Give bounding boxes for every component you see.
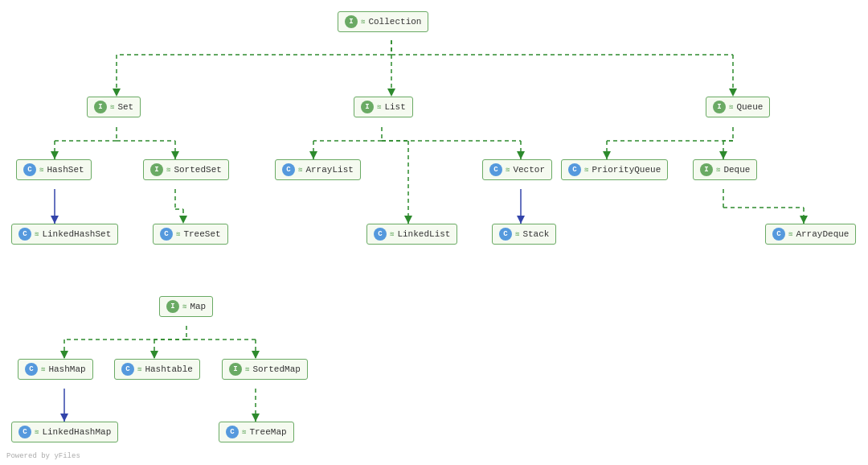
watermark: Powered by yFiles [6,452,80,460]
svg-marker-42 [51,216,59,224]
icon-class: C [121,363,134,376]
svg-marker-19 [309,151,317,159]
node-map[interactable]: I ≋ Map [159,296,213,317]
node-hashset[interactable]: C ≋ HashSet [16,159,92,180]
icon-class: C [499,228,512,241]
svg-marker-58 [252,414,260,422]
node-priorityqueue[interactable]: C ≋ PriorityQueue [561,159,668,180]
svg-marker-36 [800,216,808,224]
icon-class: C [374,228,387,241]
svg-marker-56 [60,414,68,422]
icon-interface: I [166,300,179,313]
node-stack[interactable]: C ≋ Stack [492,224,556,245]
icon-class: C [489,163,502,176]
node-treemap[interactable]: C ≋ TreeMap [219,422,294,442]
node-queue[interactable]: I ≋ Queue [706,97,770,117]
node-arraydeque[interactable]: C ≋ ArrayDeque [765,224,856,245]
icon-class: C [226,426,239,438]
node-vector[interactable]: C ≋ Vector [482,159,552,180]
svg-marker-29 [603,151,611,159]
svg-marker-5 [387,88,395,97]
svg-marker-44 [517,216,525,224]
svg-marker-32 [719,151,727,159]
svg-marker-22 [404,216,412,224]
svg-marker-3 [113,88,121,97]
icon-class: C [23,163,36,176]
node-collection[interactable]: I ≋ Collection [338,11,428,32]
icon-interface: I [345,15,358,28]
svg-marker-12 [51,151,59,159]
node-arraylist[interactable]: C ≋ ArrayList [275,159,361,180]
icon-interface: I [94,101,107,113]
svg-marker-15 [171,151,179,159]
icon-interface: I [700,163,713,176]
icon-class: C [568,163,581,176]
icon-interface: I [150,163,163,176]
node-list[interactable]: I ≋ List [354,97,413,117]
icon-interface: I [361,101,374,113]
svg-marker-54 [252,351,260,359]
icon-interface: I [229,363,242,376]
node-hashtable[interactable]: C ≋ Hashtable [114,359,200,380]
icon-class: C [160,228,173,241]
svg-marker-8 [729,88,737,97]
node-deque[interactable]: I ≋ Deque [693,159,757,180]
node-treeset[interactable]: C ≋ TreeSet [153,224,228,245]
node-sortedmap[interactable]: I ≋ SortedMap [222,359,308,380]
node-linkedhashset[interactable]: C ≋ LinkedHashSet [11,224,118,245]
svg-marker-48 [60,351,68,359]
icon-class: C [18,426,31,438]
icon-class: C [25,363,38,376]
node-set[interactable]: I ≋ Set [87,97,141,117]
icon-class: C [772,228,785,241]
icon-class: C [282,163,295,176]
svg-marker-51 [150,351,158,359]
diagram-container: I ≋ Collection I ≋ Set I ≋ List I ≋ Queu… [0,0,868,465]
icon-class: C [18,228,31,241]
svg-marker-40 [179,216,187,224]
node-sortedset[interactable]: I ≋ SortedSet [143,159,229,180]
node-linkedhashmap[interactable]: C ≋ LinkedHashMap [11,422,118,442]
icon-interface: I [713,101,726,113]
svg-marker-25 [517,151,525,159]
node-hashmap[interactable]: C ≋ HashMap [18,359,93,380]
node-linkedlist[interactable]: C ≋ LinkedList [366,224,457,245]
